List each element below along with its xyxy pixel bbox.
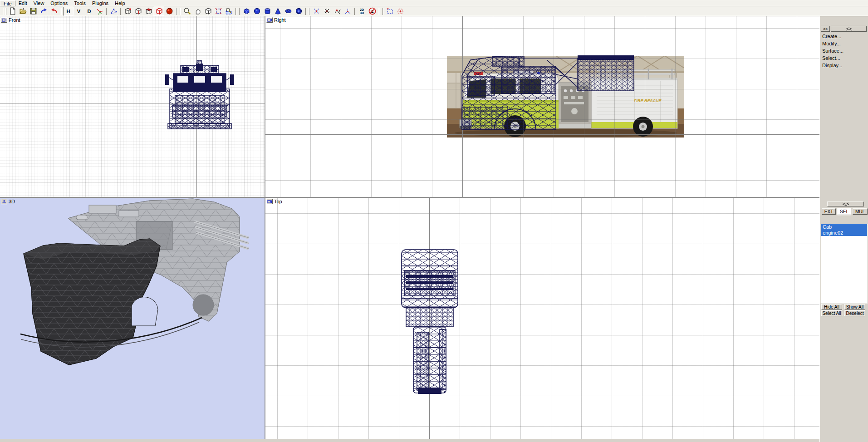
toolbar-grip[interactable]: [2, 8, 3, 15]
select-screen-icon: [215, 7, 222, 15]
tab-mul[interactable]: MUL: [853, 208, 868, 215]
h-mode-button[interactable]: H: [63, 7, 74, 16]
panel-menu-select[interactable]: Select...: [820, 54, 868, 62]
toolbar-separator: [305, 8, 306, 15]
primitive-cone-button[interactable]: [273, 7, 283, 16]
deselect-button[interactable]: Deselect: [844, 310, 865, 316]
vertex-star-tool-button[interactable]: [322, 7, 332, 16]
panel-menu-create[interactable]: Create...: [820, 33, 868, 40]
v-mode-button[interactable]: V: [74, 7, 84, 16]
front-viewport-label: Front: [1, 17, 20, 23]
reference-photo-fire-truck: FIRE RESCUE: [447, 56, 684, 138]
undo-button[interactable]: [49, 7, 59, 16]
axes-button[interactable]: [94, 7, 105, 16]
new-file-button[interactable]: [7, 7, 18, 16]
menu-help[interactable]: Help: [112, 0, 128, 6]
vertex-star-icon: [323, 7, 331, 15]
viewport-maximize-icon[interactable]: [1, 17, 7, 23]
viewport-right[interactable]: FIRE RESCUE: [265, 16, 819, 197]
panel-menu-surface[interactable]: Surface...: [820, 47, 868, 54]
select-rectangle-button[interactable]: [385, 7, 395, 16]
select-edge-button[interactable]: [133, 7, 143, 16]
object-list[interactable]: Cab engine02: [821, 224, 868, 304]
object-list-item-cab[interactable]: Cab: [821, 224, 867, 230]
no-z-button[interactable]: Z: [367, 7, 378, 16]
select-screen-button[interactable]: [213, 7, 224, 16]
top-grid: [265, 198, 819, 439]
tab-ext[interactable]: EXT: [822, 208, 836, 215]
right-wireframe: [265, 16, 819, 197]
vertex-bend-tool-button[interactable]: [332, 7, 343, 16]
redo-button[interactable]: [39, 7, 49, 16]
top-wireframe: [265, 198, 819, 439]
primitive-cylinder-button[interactable]: [262, 7, 273, 16]
primitive-torus-icon: [284, 7, 292, 15]
select-face-cube-icon: [145, 7, 152, 15]
menu-file[interactable]: File: [0, 0, 15, 6]
top-viewport-label: Top: [266, 199, 282, 204]
edit-mesh-button[interactable]: [108, 7, 119, 16]
primitive-box-button[interactable]: [241, 7, 252, 16]
front-axis-horizontal: [0, 103, 265, 103]
viewport-maximize-icon[interactable]: [266, 17, 273, 23]
select-object-button[interactable]: [154, 7, 164, 16]
toolbar-separator: [120, 8, 121, 15]
viewport-3d[interactable]: 3D: [0, 198, 265, 439]
viewport-maximize-icon[interactable]: [266, 199, 273, 204]
select-circle-icon: [397, 7, 404, 15]
zoom-region-button[interactable]: [224, 7, 234, 16]
tab-sel[interactable]: SEL: [837, 208, 851, 215]
reset-view-button[interactable]: [203, 7, 213, 16]
save-button[interactable]: [28, 7, 39, 16]
toolbar-separator: [379, 8, 380, 15]
window-bottom-edge: [0, 439, 819, 442]
menu-plugins[interactable]: Plugins: [89, 0, 112, 6]
pan-button[interactable]: [192, 7, 203, 16]
menu-edit[interactable]: Edit: [15, 0, 30, 6]
app-window: File Edit View Options Tools Plugins Hel…: [0, 0, 868, 442]
select-all-button[interactable]: Select All: [821, 310, 842, 316]
primitive-geosphere-button[interactable]: [294, 7, 304, 16]
primitive-geosphere-icon: [295, 7, 303, 15]
top-axis-horizontal: [265, 335, 819, 335]
undo-icon: [50, 7, 58, 15]
menu-options[interactable]: Options: [47, 0, 71, 6]
toolbar-grip[interactable]: [5, 8, 6, 15]
select-face-button[interactable]: [143, 7, 154, 16]
dims-2d-3d-button[interactable]: 2D 3D: [357, 7, 367, 16]
menu-tools[interactable]: Tools: [71, 0, 89, 6]
zoom-region-icon: [225, 7, 233, 15]
vertex-fork-icon: [344, 7, 352, 15]
viewport-front[interactable]: Front: [0, 16, 265, 197]
open-file-icon: [19, 7, 27, 15]
panel-menu-display[interactable]: Display...: [820, 62, 868, 69]
primitive-torus-button[interactable]: [283, 7, 294, 16]
open-file-button[interactable]: [18, 7, 28, 16]
panel-swap-button[interactable]: <>: [821, 26, 830, 32]
object-list-item-engine02[interactable]: engine02: [821, 230, 867, 236]
right-grid: [265, 16, 819, 197]
zoom-icon: [183, 7, 191, 15]
hide-all-button[interactable]: Hide All: [821, 304, 842, 310]
toolbar-separator: [61, 8, 62, 15]
viewport-top[interactable]: Top: [265, 198, 819, 439]
vertex-bend-icon: [333, 7, 341, 15]
d-mode-button[interactable]: D: [84, 7, 94, 16]
select-circle-button[interactable]: [395, 7, 406, 16]
show-all-button[interactable]: Show All: [844, 304, 865, 310]
select-vertex-button[interactable]: [123, 7, 133, 16]
primitive-sphere-button[interactable]: [252, 7, 262, 16]
right-axis-horizontal: [265, 134, 819, 135]
smooth-sphere-button[interactable]: [164, 7, 175, 16]
panel-expand-button[interactable]: [827, 201, 864, 206]
primitive-sphere-icon: [253, 7, 261, 15]
select-rectangle-icon: [386, 7, 394, 15]
vertex-fork-tool-button[interactable]: [343, 7, 353, 16]
panel-menu-modify[interactable]: Modify...: [820, 40, 868, 47]
viewport-perspective-icon[interactable]: [1, 199, 7, 204]
panel-collapse-button[interactable]: [831, 26, 867, 32]
zoom-button[interactable]: [182, 7, 192, 16]
edit-mesh-icon: [110, 7, 118, 15]
menu-view[interactable]: View: [30, 0, 48, 6]
vertex-cross-tool-button[interactable]: [311, 7, 322, 16]
